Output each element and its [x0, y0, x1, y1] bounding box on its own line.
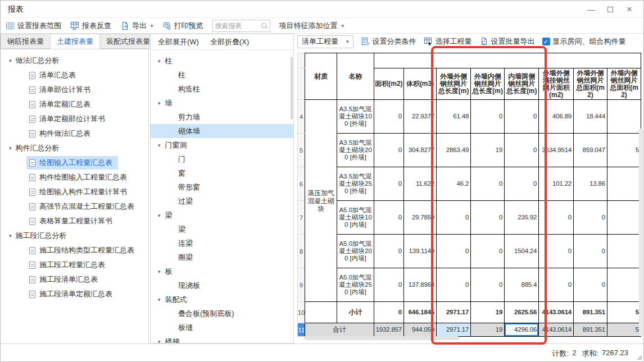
- component-group-header[interactable]: ▾楼梯: [151, 334, 293, 343]
- col-header[interactable]: 内墙两侧钢丝网片总长度(m): [505, 68, 539, 100]
- cell[interactable]: 13.86: [574, 167, 607, 201]
- cell[interactable]: 406.89: [539, 100, 574, 134]
- report-item[interactable]: 清单定额部位计算书: [1, 112, 148, 126]
- show-rooms-checkbox[interactable]: ✓ 显示房间、组合构件量: [542, 36, 626, 47]
- cell[interactable]: 646.1845: [404, 302, 437, 323]
- component-item[interactable]: 梁: [151, 222, 293, 236]
- cell[interactable]: [607, 167, 641, 201]
- component-item[interactable]: 窗: [151, 166, 293, 180]
- cell[interactable]: 0: [505, 100, 539, 134]
- export-button[interactable]: 导出 ▾: [120, 21, 153, 31]
- cell[interactable]: 18.444: [574, 100, 607, 134]
- cell[interactable]: 19: [471, 323, 505, 337]
- cell[interactable]: 5: [607, 323, 641, 337]
- cell[interactable]: 19: [471, 134, 505, 167]
- cell[interactable]: 1504.24: [505, 235, 539, 268]
- cell[interactable]: 4143.0614: [539, 302, 574, 323]
- material-cell-empty[interactable]: [305, 302, 337, 323]
- header-spacer[interactable]: [374, 53, 641, 68]
- component-item[interactable]: 连梁: [151, 236, 293, 250]
- report-item[interactable]: 清单汇总表: [1, 68, 148, 83]
- report-group-header[interactable]: ▾构件汇总分析: [1, 141, 148, 155]
- component-group-header[interactable]: ▾柱: [151, 54, 293, 68]
- row-number[interactable]: 4: [298, 100, 305, 134]
- total-label[interactable]: 合计: [305, 323, 374, 337]
- minimize-button[interactable]: —: [582, 2, 601, 17]
- cell[interactable]: 891.351: [574, 302, 607, 323]
- report-group-header[interactable]: ▾施工段汇总分析: [1, 228, 148, 243]
- component-item[interactable]: 板缝: [151, 320, 293, 334]
- cell[interactable]: 0: [374, 167, 403, 201]
- row-number[interactable]: 7: [298, 201, 305, 235]
- cell[interactable]: 0: [374, 201, 403, 235]
- cell[interactable]: 29.7859: [404, 201, 437, 235]
- col-header[interactable]: 体积(m3): [404, 68, 437, 100]
- name-cell[interactable]: A3.5加气混凝土砌块250 [外墙]: [337, 167, 374, 201]
- tab-civil-reports[interactable]: 土建报表量: [51, 34, 100, 49]
- cell[interactable]: 891.351: [574, 323, 607, 337]
- cell[interactable]: 139.1149: [404, 235, 437, 268]
- report-item[interactable]: 构件做法汇总表: [1, 126, 148, 141]
- cell[interactable]: 0: [374, 268, 403, 302]
- component-group-header[interactable]: ▾门窗洞: [151, 138, 293, 152]
- component-item[interactable]: 过梁: [151, 194, 293, 208]
- component-group-header[interactable]: ▾装配式: [151, 292, 293, 306]
- col-header[interactable]: 外墙内侧钢丝网片总长度(m): [471, 68, 505, 100]
- row-number[interactable]: 6: [298, 167, 305, 201]
- cell[interactable]: 3634.9514: [539, 134, 574, 167]
- report-item[interactable]: 表格算量工程量计算书: [1, 214, 148, 228]
- row-number-selected[interactable]: 11: [298, 323, 305, 337]
- cell[interactable]: 0: [437, 268, 471, 302]
- component-tree-scrollbar[interactable]: [291, 57, 293, 120]
- cell[interactable]: 4143.0614: [539, 323, 574, 337]
- maximize-button[interactable]: [601, 2, 620, 17]
- resize-grip[interactable]: [637, 355, 642, 360]
- collapse-all-button[interactable]: 全部折叠(X): [210, 37, 249, 47]
- component-item[interactable]: 叠合板(预制底板): [151, 306, 293, 320]
- row-number[interactable]: 8: [298, 235, 305, 268]
- row-number[interactable]: 9: [298, 268, 305, 302]
- col-header[interactable]: 外墙外侧钢丝网片总面积(m2): [574, 68, 607, 100]
- cell[interactable]: 1932.857: [374, 323, 403, 337]
- report-item[interactable]: 施工段工程量汇总表: [1, 258, 148, 272]
- cell[interactable]: 304.8277: [404, 134, 437, 167]
- cell[interactable]: 0: [374, 134, 403, 167]
- cell-active[interactable]: 4296.06: [505, 323, 539, 337]
- report-item[interactable]: 清单定额汇总表: [1, 97, 148, 112]
- expand-all-button[interactable]: 全部展开(W): [158, 37, 199, 47]
- report-item[interactable]: 施工段结构类型工程量汇总表: [1, 243, 148, 258]
- vertical-scrollbar[interactable]: [639, 129, 643, 336]
- cell[interactable]: [607, 268, 641, 302]
- component-item-selected[interactable]: 砌体墙: [151, 124, 293, 138]
- component-item[interactable]: 门: [151, 152, 293, 166]
- cell[interactable]: 11.622: [404, 167, 437, 201]
- col-header[interactable]: 外墙内侧钢丝网片总面积(m2): [607, 68, 641, 100]
- col-header[interactable]: 面积(m2): [374, 68, 403, 100]
- cell[interactable]: 0: [471, 235, 505, 268]
- cell[interactable]: 0: [505, 134, 539, 167]
- component-item[interactable]: 圈梁: [151, 250, 293, 264]
- cell[interactable]: 0: [574, 268, 607, 302]
- cell[interactable]: 0: [437, 235, 471, 268]
- cell[interactable]: 137.8963: [404, 268, 437, 302]
- close-button[interactable]: ×: [620, 2, 639, 17]
- cell[interactable]: 859.047: [574, 134, 607, 167]
- cell[interactable]: 2863.49: [437, 134, 471, 167]
- component-item[interactable]: 柱: [151, 68, 293, 82]
- report-item[interactable]: 高强节点混凝土工程量汇总表: [1, 199, 148, 214]
- cell[interactable]: 0: [437, 201, 471, 235]
- cell[interactable]: [607, 201, 641, 235]
- col-header-name[interactable]: 名称: [337, 53, 374, 100]
- report-item[interactable]: 施工段清单定额汇总表: [1, 287, 148, 301]
- cell[interactable]: 0: [471, 268, 505, 302]
- name-cell[interactable]: A3.5加气混凝土砌块200 [外墙]: [337, 134, 374, 167]
- horizontal-scrollbar[interactable]: [304, 336, 459, 340]
- cell[interactable]: 5: [607, 134, 641, 167]
- cell[interactable]: 0: [374, 235, 403, 268]
- cell[interactable]: 101.22: [539, 167, 574, 201]
- cell[interactable]: 5: [607, 302, 641, 323]
- set-batch-export-button[interactable]: 设置批量导出: [479, 36, 535, 47]
- cell[interactable]: [607, 235, 641, 268]
- print-preview-button[interactable]: 打印预览: [162, 21, 203, 31]
- cell-selected[interactable]: 2971.17: [437, 323, 471, 337]
